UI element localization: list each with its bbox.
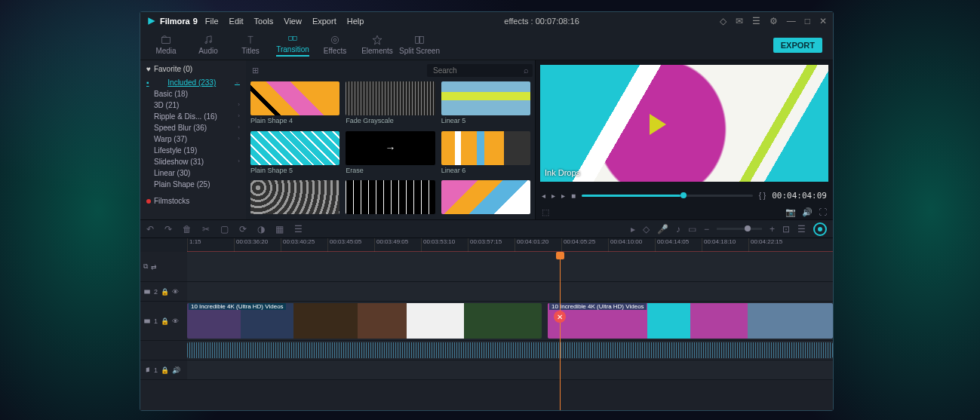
visibility-icon[interactable]: 👁 [172, 317, 179, 325]
lock-icon[interactable]: 🔒 [161, 317, 169, 325]
delete-icon[interactable]: 🗑 [183, 224, 192, 235]
cat-basic[interactable]: Basic (18) [146, 89, 240, 99]
cat-ripple[interactable]: Ripple & Dis... (16)› [146, 112, 240, 121]
quality-icon[interactable]: ⬚ [542, 207, 549, 217]
thumb-linear-5[interactable]: Linear 5 [441, 81, 530, 128]
redo-icon[interactable]: ↷ [164, 224, 172, 235]
cat-3d[interactable]: 3D (21)› [146, 100, 240, 110]
video-clip-2[interactable]: 10 Incredible 4K (Ultra HD) Videos [548, 303, 833, 339]
fit-icon[interactable]: ⊡ [782, 224, 790, 235]
cat-speedblur[interactable]: Speed Blur (36)› [146, 123, 240, 133]
preview-canvas[interactable]: Ink Drops [540, 65, 828, 182]
undo-icon[interactable]: ↶ [146, 224, 154, 235]
menu-export[interactable]: Export [312, 17, 336, 26]
thumb-erase[interactable]: Erase [346, 131, 435, 178]
tab-split-screen[interactable]: Split Screen [398, 35, 441, 55]
messages-icon[interactable]: ✉ [736, 16, 743, 26]
favorite-header[interactable]: ♥ Favorite (0) [146, 65, 240, 73]
thumb-plain-shape-4[interactable]: Plain Shape 4 [250, 81, 339, 128]
preview-progress[interactable] [582, 195, 753, 197]
thumb-plain-shape-5[interactable]: Plain Shape 5 [250, 131, 339, 178]
thumb-extra-3[interactable] [441, 180, 530, 218]
thumb-extra-2[interactable] [346, 180, 435, 218]
cat-linear[interactable]: Linear (30) [146, 168, 240, 178]
maximize-icon[interactable]: □ [805, 16, 810, 26]
minimize-icon[interactable]: — [787, 16, 796, 26]
voiceover-icon[interactable]: 🎤 [657, 224, 668, 235]
menu-file[interactable]: File [205, 17, 219, 26]
lock-icon[interactable]: 🔒 [161, 366, 169, 374]
render-icon[interactable]: ▸ [631, 224, 635, 235]
thumb-fade-grayscale[interactable]: Fade Grayscale [346, 81, 435, 128]
fullscreen-icon[interactable]: ⛶ [819, 207, 827, 217]
search-icon[interactable]: ⌕ [524, 66, 529, 75]
volume-icon[interactable]: 🔊 [802, 207, 813, 217]
svg-rect-9 [144, 290, 150, 293]
audio-waveform[interactable] [187, 342, 833, 358]
menu-edit[interactable]: Edit [229, 17, 244, 26]
menu-help[interactable]: Help [347, 17, 364, 26]
video-track-1-head: 1 🔒 👁 [140, 317, 187, 325]
tab-elements[interactable]: Elements [356, 35, 398, 55]
transition-browser: ⊞ ⌕ Plain Shape 4 Fade Grayscale Linear … [246, 60, 535, 219]
window-controls: ◇ ✉ ☰ ⚙ — □ ✕ [720, 16, 827, 26]
tab-titles[interactable]: Titles [229, 35, 272, 55]
visibility-icon[interactable]: 👁 [172, 288, 179, 296]
mute-icon[interactable]: 🔊 [172, 366, 180, 374]
menu-items: File Edit Tools View Export Help [205, 17, 364, 26]
play-icon[interactable]: ▸ [551, 192, 555, 200]
tab-transition[interactable]: Transition [272, 33, 314, 57]
cat-plainshape[interactable]: Plain Shape (25) [146, 179, 240, 189]
marker-icon[interactable]: ◇ [643, 224, 650, 235]
color-icon[interactable]: ◑ [257, 224, 265, 235]
settings-icon[interactable]: ⚙ [770, 16, 778, 26]
menu-view[interactable]: View [284, 17, 302, 26]
timeline-ruler[interactable]: 1:1500:03:36:2000:03:40:2500:03:45:0500:… [140, 238, 833, 252]
video-track-2-head: 2 🔒 👁 [140, 288, 187, 296]
svg-rect-4 [293, 37, 297, 41]
account-icon[interactable]: ◇ [720, 16, 727, 26]
zoom-slider[interactable] [717, 228, 762, 230]
stop-icon[interactable]: ■ [571, 192, 576, 200]
keyframe-icon[interactable]: ☰ [294, 224, 303, 235]
delete-at-playhead-icon[interactable]: ✕ [554, 311, 566, 323]
cat-warp[interactable]: Warp (37)› [146, 134, 240, 144]
markers-label: { } [759, 192, 766, 200]
snap-icon[interactable]: ⇄ [151, 263, 157, 271]
cat-slideshow[interactable]: Slideshow (31)› [146, 157, 240, 167]
mixer-icon[interactable]: ♪ [676, 224, 680, 235]
window-title: effects : 00:07:08:16 [364, 17, 719, 26]
tab-effects[interactable]: Effects [314, 35, 356, 55]
link-icon[interactable]: ⧉ [143, 262, 148, 271]
speed-icon[interactable]: ⟳ [239, 224, 247, 235]
ungroup-icon[interactable]: ▭ [688, 224, 696, 235]
manage-tracks-icon[interactable]: ☰ [797, 224, 806, 235]
thumb-linear-6[interactable]: Linear 6 [441, 131, 530, 178]
record-button[interactable] [813, 222, 827, 236]
export-button[interactable]: EXPORT [773, 38, 822, 53]
crop-icon[interactable]: ▢ [220, 224, 229, 235]
cat-included[interactable]: ▪ Included (233)⌄ [146, 78, 240, 87]
video-clip-1[interactable]: 10 Incredible 4K (Ultra HD) Videos [187, 303, 542, 339]
greenscreen-icon[interactable]: ▦ [275, 224, 284, 235]
split-icon[interactable]: ✂ [202, 224, 210, 235]
zoom-in-icon[interactable]: + [770, 224, 775, 235]
svg-rect-8 [420, 36, 424, 43]
next-frame-icon[interactable]: ▸ [561, 192, 565, 200]
prev-frame-icon[interactable]: ◂ [542, 192, 545, 200]
close-icon[interactable]: ✕ [819, 16, 827, 26]
search-input[interactable] [427, 64, 533, 77]
zoom-out-icon[interactable]: − [704, 224, 709, 235]
tab-media[interactable]: Media [145, 35, 187, 55]
snapshot-icon[interactable]: 📷 [785, 207, 796, 217]
preview-overlay-text: Ink Drops [545, 168, 580, 177]
tab-audio[interactable]: Audio [187, 35, 229, 55]
cat-lifestyle[interactable]: Lifestyle (19) [146, 146, 240, 155]
thumb-extra-1[interactable] [250, 180, 339, 218]
lock-icon[interactable]: 🔒 [161, 288, 169, 296]
notify-icon[interactable]: ☰ [752, 16, 760, 26]
playhead[interactable]: ✕ [560, 252, 561, 410]
grid-view-icon[interactable]: ⊞ [252, 66, 259, 75]
menu-tools[interactable]: Tools [254, 17, 274, 26]
filmstocks-link[interactable]: Filmstocks [146, 197, 240, 205]
